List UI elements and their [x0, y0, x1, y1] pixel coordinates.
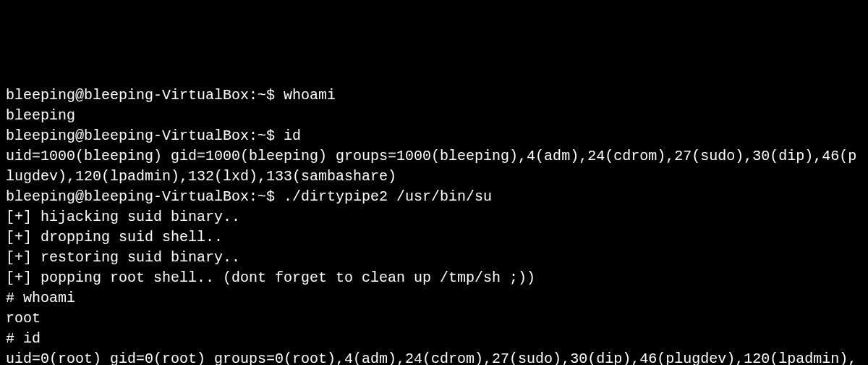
terminal-line: [+] restoring suid binary.. [6, 248, 862, 268]
shell-command: id [284, 127, 301, 144]
output-text: [+] popping root shell.. (dont forget to… [6, 269, 535, 286]
shell-command: id [23, 330, 41, 347]
terminal-line: bleeping@bleeping-VirtualBox:~$ ./dirtyp… [6, 187, 862, 207]
output-text: [+] hijacking suid binary.. [6, 209, 240, 225]
terminal-line: uid=0(root) gid=0(root) groups=0(root),4… [6, 349, 862, 365]
output-text: uid=1000(bleeping) gid=1000(bleeping) gr… [6, 148, 856, 185]
shell-command: whoami [23, 290, 75, 306]
output-text: bleeping [6, 107, 75, 124]
output-text: [+] dropping suid shell.. [6, 229, 223, 246]
shell-prompt: # [6, 330, 23, 347]
output-text: root [6, 310, 41, 327]
terminal-line: [+] hijacking suid binary.. [6, 207, 862, 227]
shell-command: whoami [284, 87, 336, 104]
shell-command: ./dirtypipe2 /usr/bin/su [284, 188, 492, 205]
output-text: [+] restoring suid binary.. [6, 249, 240, 266]
shell-prompt: bleeping@bleeping-VirtualBox:~$ [6, 127, 284, 144]
shell-prompt: bleeping@bleeping-VirtualBox:~$ [6, 87, 284, 104]
terminal-line: root [6, 309, 862, 329]
terminal-line: bleeping@bleeping-VirtualBox:~$ whoami [6, 85, 862, 106]
shell-prompt: bleeping@bleeping-VirtualBox:~$ [6, 188, 284, 205]
terminal-line: [+] dropping suid shell.. [6, 227, 862, 248]
output-text: uid=0(root) gid=0(root) groups=0(root),4… [6, 351, 856, 365]
shell-prompt: # [6, 290, 23, 306]
terminal-line: bleeping@bleeping-VirtualBox:~$ id [6, 126, 862, 146]
terminal-line: bleeping [6, 106, 862, 126]
terminal-line: uid=1000(bleeping) gid=1000(bleeping) gr… [6, 146, 862, 187]
terminal-output[interactable]: bleeping@bleeping-VirtualBox:~$ whoamibl… [6, 85, 862, 365]
terminal-line: # whoami [6, 288, 862, 309]
terminal-line: # id [6, 329, 862, 349]
terminal-line: [+] popping root shell.. (dont forget to… [6, 268, 862, 288]
